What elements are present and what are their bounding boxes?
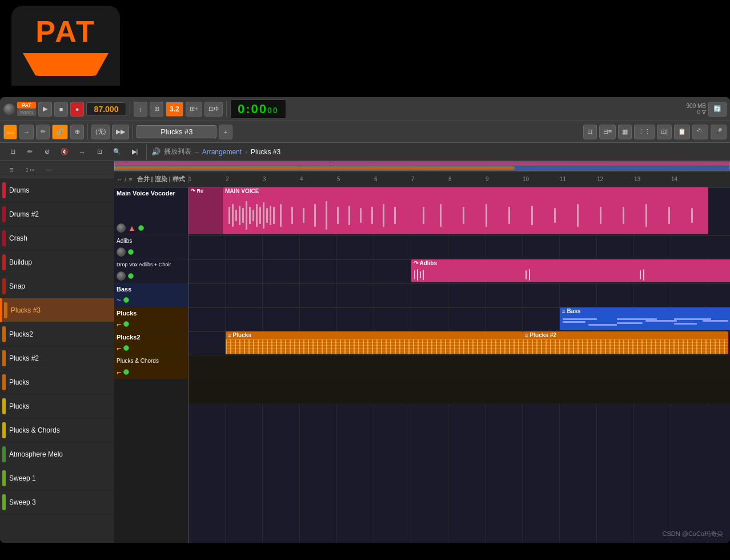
no-label-btn[interactable]: (无) [91, 125, 110, 139]
tool-mute[interactable]: 🔇 [57, 145, 72, 159]
mv-active[interactable] [138, 225, 144, 231]
bass-active[interactable] [123, 297, 129, 303]
tool-select[interactable]: ⊡ [6, 145, 19, 159]
track-item[interactable]: Crash [0, 226, 114, 250]
mixer-btn6[interactable]: 📋 [674, 125, 690, 139]
overview-viewport[interactable] [114, 161, 730, 171]
tool-play[interactable]: ▶| [128, 145, 142, 159]
ruler-mark-1: 1 [188, 176, 192, 182]
track-item[interactable]: Drums [0, 178, 114, 202]
arrow-button[interactable]: → [19, 125, 34, 139]
track-item[interactable]: Sweep 1 [0, 466, 114, 490]
add-button[interactable]: ⊞+ [186, 102, 202, 117]
svg-rect-25 [314, 204, 316, 227]
breadcrumb-arrangement[interactable]: Arrangement [202, 148, 242, 156]
drop-active[interactable] [128, 273, 134, 279]
plucks-chords-control: Plucks & Chords ⌐ [114, 355, 188, 379]
song-button[interactable]: SonG [17, 109, 36, 116]
stop-button[interactable]: ■ [54, 102, 68, 117]
stamp-button[interactable]: ⊕ [70, 125, 84, 139]
tool-pencil[interactable]: ✏ [23, 145, 37, 159]
patterns-area[interactable]: ↷ Re MAIN VOICE [188, 187, 730, 543]
master-knob[interactable] [3, 103, 15, 115]
mixer-btn4[interactable]: ⋮⋮ [634, 125, 655, 139]
track-item-long-chords[interactable]: Plucks [0, 394, 114, 418]
track-label: Drums [9, 186, 111, 194]
link-button2[interactable]: 🔗 [52, 125, 68, 139]
tracks-collapse[interactable]: ≡ [5, 162, 18, 177]
track-item[interactable]: Snap [0, 274, 114, 298]
main-voice-waveform [223, 195, 708, 234]
snap-button[interactable]: ⊡Φ [204, 102, 223, 117]
track-item[interactable]: Plucks #2 [0, 346, 114, 370]
expand-button[interactable]: ▶▶ [112, 125, 129, 139]
plucks2-active[interactable] [123, 345, 129, 351]
track-item[interactable]: Sweep 3 [0, 490, 114, 514]
plucks-pattern-end[interactable]: ≡ Plucks #2 [523, 331, 728, 354]
track-item[interactable]: Drums #2 [0, 202, 114, 226]
mixer-btn1[interactable]: ⊡ [583, 125, 597, 139]
add-channel-btn[interactable]: + [219, 125, 232, 139]
link-button[interactable]: ⊞ [150, 102, 163, 117]
svg-rect-52 [640, 270, 641, 279]
bpm-display[interactable]: 87.000 [86, 102, 126, 116]
svg-rect-9 [232, 204, 234, 227]
mixer-btn7[interactable]: 🔌 [692, 125, 708, 139]
track-item[interactable]: Buildup [0, 250, 114, 274]
main-voice-pattern-main[interactable]: MAIN VOICE [223, 187, 708, 234]
pencil-button[interactable]: ✏ [36, 125, 50, 139]
pat-label[interactable]: PAT [35, 14, 95, 49]
plucks2-wave: ⌐ [117, 343, 121, 353]
metronome-button[interactable]: ↕ [134, 102, 147, 117]
svg-rect-44 [668, 207, 670, 224]
track-item-plucks-chords[interactable]: Plucks & Chords [0, 418, 114, 442]
svg-rect-21 [273, 207, 275, 224]
grid-button[interactable]: ≡≡ [3, 125, 17, 139]
track-item-selected[interactable]: Plucks #3 [0, 298, 114, 322]
mv-knob1[interactable] [117, 223, 126, 233]
adlibs-knob[interactable] [117, 247, 126, 257]
pat-button[interactable]: PAT [17, 102, 36, 109]
tracks-line[interactable]: — [42, 162, 56, 177]
tracks-arrows[interactable]: ↕↔ [22, 162, 39, 177]
channel-name[interactable]: Plucks #3 [137, 125, 216, 138]
play-button[interactable]: ▶ [38, 102, 52, 117]
adlibs-active[interactable] [128, 249, 134, 255]
pattern-button[interactable]: 🔄 [708, 102, 727, 117]
nav-arrows[interactable]: ↔ / [117, 176, 126, 183]
breadcrumb-current: Plucks #3 [251, 148, 280, 156]
track-item[interactable]: Plucks2 [0, 322, 114, 346]
adlibs-pattern[interactable]: ↷ Adlibs [411, 259, 730, 282]
bass-pattern[interactable]: ≡ Bass [560, 307, 730, 330]
overview-bar[interactable] [114, 161, 730, 171]
mixer-btn5[interactable]: ⊡| [657, 125, 672, 139]
mixer-btn3[interactable]: ▦ [618, 125, 632, 139]
mixer-btn2[interactable]: ⊟≡ [599, 125, 616, 139]
drop-knob[interactable] [117, 271, 126, 281]
mixer-btn8[interactable]: 🎤 [711, 125, 727, 139]
main-toolbar: PAT SonG ▶ ■ ● 87.000 ↕ ⊞ 3.2 ⊞+ ⊡Φ 0:00… [0, 97, 730, 121]
nav-vertical[interactable]: ≡ [129, 176, 132, 183]
plucks-pattern-start[interactable]: ≡ Plucks [226, 331, 523, 354]
daw-window: PAT SonG ▶ ■ ● 87.000 ↕ ⊞ 3.2 ⊞+ ⊡Φ 0:00… [0, 97, 730, 543]
tool-select2[interactable]: ⊡ [93, 145, 106, 159]
sep5 [146, 144, 147, 160]
track-label: Atmosphere Melo [9, 450, 111, 458]
tool-zoom[interactable]: 🔍 [110, 145, 125, 159]
tool-eraser[interactable]: ⊘ [40, 145, 54, 159]
svg-rect-8 [228, 207, 230, 224]
plucks-active[interactable] [123, 321, 129, 327]
ruler-mark-11: 11 [560, 176, 566, 182]
svg-rect-40 [577, 204, 579, 227]
mv-pattern-label: MAIN VOICE [223, 187, 708, 195]
track-item[interactable]: Atmosphere Melo [0, 442, 114, 466]
svg-rect-34 [440, 204, 442, 227]
ratio-display[interactable]: 3.2 [166, 102, 183, 117]
main-voice-pattern[interactable]: ↷ Re [188, 187, 223, 234]
track-item[interactable]: Plucks [0, 370, 114, 394]
svg-rect-18 [263, 202, 264, 229]
bass-label-p: ≡ Bass [560, 307, 730, 315]
record-button[interactable]: ● [70, 102, 84, 117]
pluckschords-active[interactable] [123, 369, 129, 375]
tool-slip[interactable]: ↔ [75, 145, 89, 159]
